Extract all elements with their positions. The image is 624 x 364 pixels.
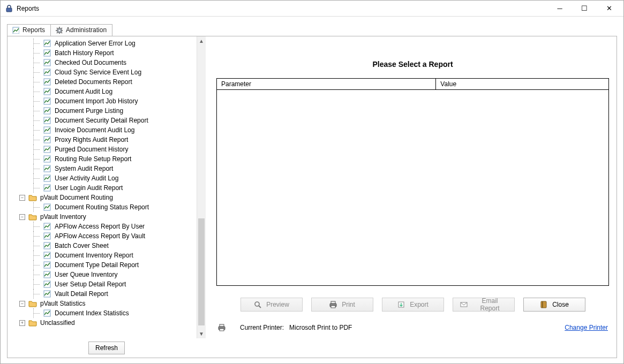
tree-item-label: User Activity Audit Log [55,175,118,182]
scroll-up-arrow[interactable]: ▲ [197,36,206,46]
preview-label: Preview [266,301,289,308]
tree-scrollbar[interactable]: ▲ ▼ [197,36,206,338]
tree-folder[interactable]: −pVault Inventory [11,212,196,222]
tree-report-item[interactable]: Checked Out Documents [11,58,196,67]
folder-icon [28,318,37,327]
lock-icon [5,4,13,13]
tree-report-item[interactable]: Document Type Detail Report [11,260,196,270]
close-button[interactable]: Close [523,298,585,312]
tree-connector [33,231,40,241]
tree-report-item[interactable]: System Audit Report [11,164,196,173]
tree-connector [33,39,40,48]
collapse-toggle-icon[interactable]: − [19,301,25,307]
report-icon [43,290,51,298]
tree-report-item[interactable]: APFlow Access Report By User [11,222,196,231]
report-icon [43,97,51,105]
preview-button[interactable]: Preview [240,298,303,312]
tree-connector [33,125,40,135]
tree-item-label: Application Server Error Log [55,40,136,47]
tree-item-label: Invoice Document Audit Log [55,126,134,134]
change-printer-link[interactable]: Change Printer [565,324,608,331]
refresh-button[interactable]: Refresh [88,342,125,354]
close-window-button[interactable]: ✕ [597,1,621,16]
tree-report-item[interactable]: Batch History Report [11,48,196,58]
report-icon [43,241,51,250]
tree-report-item[interactable]: Vault Detail Report [11,289,196,299]
report-icon [43,184,51,192]
tree-item-label: Document Routing Status Report [55,203,149,211]
report-icon [43,39,51,48]
tree-report-item[interactable]: Invoice Document Audit Log [11,125,196,135]
tree-report-item[interactable]: Document Security Detail Report [11,116,196,125]
folder-icon [28,299,37,308]
tree-connector [33,87,40,96]
column-header-parameter[interactable]: Parameter [217,79,436,89]
titlebar: Reports ─ ☐ ✕ [1,1,623,17]
report-icon [43,155,51,163]
tree-report-item[interactable]: Document Routing Status Report [11,202,196,212]
tree-item-label: System Audit Report [55,165,113,172]
tree-folder[interactable]: −pVault Document Routing [11,193,196,202]
select-report-prompt: Please Select a Report [216,60,609,69]
tree-item-label: pVault Statistics [40,300,85,307]
tree-report-item[interactable]: User Setup Detail Report [11,279,196,289]
maximize-button[interactable]: ☐ [572,1,597,16]
tree-connector [33,251,40,260]
tree-folder[interactable]: −pVault Statistics [11,299,196,308]
column-header-value[interactable]: Value [436,79,608,89]
tab-administration[interactable]: Administration [50,24,112,36]
report-icon [43,270,51,279]
tree-report-item[interactable]: Document Index Statistics [11,308,196,318]
tree-item-label: Vault Detail Report [55,290,108,298]
tree-report-item[interactable]: APFlow Access Report By Vault [11,231,196,241]
collapse-toggle-icon[interactable]: − [19,214,25,220]
tree-connector [33,145,40,154]
report-icon [43,58,51,67]
report-icon [43,232,51,240]
tree-folder[interactable]: +Unclassified [11,318,196,328]
scroll-down-arrow[interactable]: ▼ [197,329,206,338]
report-icon [43,222,51,231]
email-report-button[interactable]: Email Report [453,298,515,312]
export-button[interactable]: Export [382,298,444,312]
expand-toggle-icon[interactable]: + [19,320,25,326]
tree-report-item[interactable]: User Queue Inventory [11,270,196,279]
folder-icon [28,213,37,221]
tree-report-item[interactable]: User Activity Audit Log [11,173,196,183]
printer-icon [329,300,337,309]
tree-connector [33,116,40,125]
tree-connector [33,279,40,289]
collapse-toggle-icon[interactable]: − [19,195,25,201]
tree-report-item[interactable]: Document Inventory Report [11,251,196,260]
reports-tree[interactable]: Application Server Error LogBatch Histor… [11,39,196,336]
tab-reports[interactable]: Reports [7,24,51,36]
export-label: Export [410,301,428,308]
tree-report-item[interactable]: Document Import Job History [11,96,196,106]
tree-item-label: Checked Out Documents [55,59,126,66]
tree-report-item[interactable]: Routing Rule Setup Report [11,154,196,164]
report-icon [43,107,51,115]
tree-item-label: Document Inventory Report [55,252,133,259]
tree-report-item[interactable]: Document Audit Log [11,87,196,96]
report-icon [43,164,51,173]
tree-connector [33,270,40,279]
tree-report-item[interactable]: Proxy Rights Audit Report [11,135,196,145]
tree-report-item[interactable]: Document Purge Listing [11,106,196,116]
tree-report-item[interactable]: User Login Audit Report [11,183,196,193]
current-printer-label: Current Printer: [240,324,284,331]
parameter-table: Parameter Value [216,78,609,286]
tree-connector [33,77,40,87]
tree-connector [33,308,40,318]
tree-connector [33,48,40,58]
tree-report-item[interactable]: Purged Document History [11,145,196,154]
tree-item-label: User Login Audit Report [55,184,123,192]
tree-report-item[interactable]: Deleted Documents Report [11,77,196,87]
tree-report-item[interactable]: Cloud Sync Service Event Log [11,67,196,77]
tree-item-label: Document Audit Log [55,88,112,95]
tree-report-item[interactable]: Batch Cover Sheet [11,241,196,251]
print-button[interactable]: Print [311,298,373,312]
tree-item-label: Cloud Sync Service Event Log [55,69,141,76]
tree-report-item[interactable]: Application Server Error Log [11,39,196,48]
scroll-thumb[interactable] [198,218,205,325]
minimize-button[interactable]: ─ [547,1,572,16]
